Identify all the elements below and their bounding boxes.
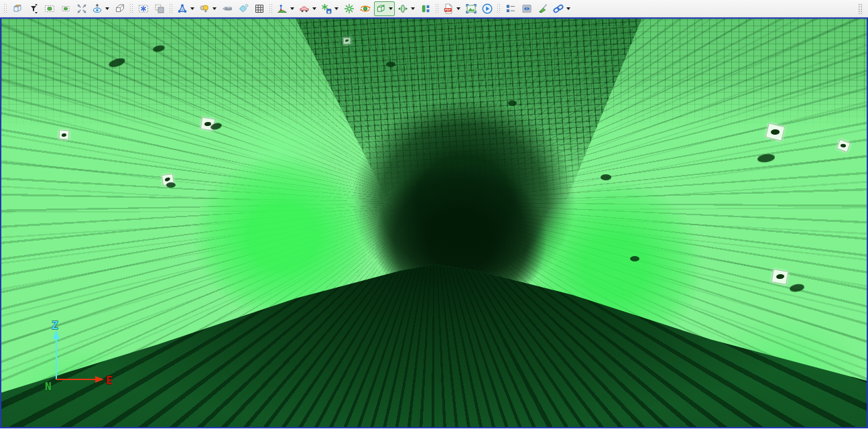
occlusion-spot xyxy=(166,182,176,188)
expand-view-arrows-icon xyxy=(76,3,88,15)
pane-columns-button[interactable] xyxy=(418,1,433,16)
axis-n-label: N xyxy=(45,380,52,393)
expand-view-arrows-button[interactable] xyxy=(74,1,89,16)
swap-panes-icon xyxy=(521,3,533,15)
legend-list-icon xyxy=(505,3,517,15)
scanline-fan-layer-2 xyxy=(1,19,867,427)
clip-plane-icon xyxy=(397,3,409,15)
axis-z-label: Z xyxy=(52,320,58,332)
zoom-selected-icon xyxy=(60,3,72,15)
toolbar-group-grip xyxy=(435,3,438,14)
zoom-selection-icon xyxy=(44,3,56,15)
swap-panes-button[interactable] xyxy=(519,1,534,16)
lighting-bulb-icon xyxy=(198,3,210,15)
save-view-icon xyxy=(320,3,332,15)
toolbar-group-grip xyxy=(3,3,7,14)
vehicle-view-button[interactable] xyxy=(298,1,318,16)
headlight-button[interactable] xyxy=(220,1,235,16)
crown-mesh-texture xyxy=(1,19,867,129)
zoom-data-extents-icon xyxy=(27,3,40,15)
clip-plane-button[interactable] xyxy=(396,1,417,16)
visibility-eye-button[interactable] xyxy=(90,1,111,16)
headlight-icon xyxy=(221,3,233,15)
copy-selection-button[interactable] xyxy=(152,1,167,16)
axis-e-label: E xyxy=(106,374,113,387)
free-rotate-cube-button[interactable] xyxy=(113,1,127,16)
walk-mode-icon xyxy=(276,3,288,15)
dropdown-caret-icon[interactable] xyxy=(389,7,393,10)
export-image-button[interactable] xyxy=(464,1,479,16)
zoom-selected-button[interactable] xyxy=(58,1,73,16)
orbit-mode-icon xyxy=(359,3,371,15)
occlusion-spot xyxy=(757,153,775,164)
legend-list-button[interactable] xyxy=(503,1,518,16)
target-burst-icon xyxy=(343,3,355,15)
bright-corner-right xyxy=(685,300,868,428)
link-views-icon xyxy=(552,3,564,15)
grid-display-button[interactable] xyxy=(252,1,267,16)
visibility-eye-icon xyxy=(91,3,103,15)
cad-network-button[interactable] xyxy=(176,1,196,16)
orbit-mode-button[interactable] xyxy=(358,1,373,16)
toolbar-group-grip xyxy=(497,3,500,14)
select-asterisk-button[interactable] xyxy=(136,1,151,16)
toolbar-group-grip xyxy=(269,3,272,14)
occlusion-spot xyxy=(789,283,805,293)
export-image-icon xyxy=(465,3,477,15)
shading-diamond-button[interactable] xyxy=(236,1,251,16)
free-rotate-cube-icon xyxy=(114,3,126,15)
center-mesh-texture xyxy=(252,19,685,206)
export-pdf-icon: PDF xyxy=(442,3,454,15)
dropdown-caret-icon[interactable] xyxy=(290,7,294,10)
toolbar-overflow-grip[interactable] xyxy=(858,3,863,14)
bright-rock-left xyxy=(162,126,404,347)
shading-diamond-icon xyxy=(237,3,249,15)
pane-columns-icon xyxy=(420,3,432,15)
dropdown-caret-icon[interactable] xyxy=(566,7,570,10)
cad-network-icon xyxy=(176,3,188,15)
dropdown-caret-icon[interactable] xyxy=(411,7,415,10)
survey-target xyxy=(836,139,851,153)
sweep-clean-button[interactable] xyxy=(536,1,550,16)
zoom-data-extents-button[interactable] xyxy=(26,1,41,16)
lighting-bulb-button[interactable] xyxy=(198,1,219,16)
dark-tunnel-core xyxy=(350,139,571,341)
save-view-button[interactable] xyxy=(320,1,340,16)
axis-triad: Z E N xyxy=(36,320,123,397)
toolbar-group-grip xyxy=(169,3,172,14)
display-mode-cube-icon xyxy=(375,3,387,15)
dropdown-caret-icon[interactable] xyxy=(190,7,194,10)
sweep-clean-icon xyxy=(537,3,549,15)
link-views-button[interactable] xyxy=(552,1,572,16)
zoom-selection-button[interactable] xyxy=(42,1,57,16)
dropdown-caret-icon[interactable] xyxy=(312,7,316,10)
dropdown-caret-icon[interactable] xyxy=(456,7,460,10)
play-animation-button[interactable] xyxy=(480,1,495,16)
play-animation-icon xyxy=(481,3,493,15)
view-cube-icon xyxy=(11,3,23,15)
export-pdf-button[interactable]: PDF xyxy=(442,1,462,16)
walk-mode-button[interactable] xyxy=(275,1,296,16)
occlusion-spot xyxy=(508,101,517,106)
display-mode-cube-button[interactable] xyxy=(374,1,395,16)
toolbar-group-grip xyxy=(129,3,133,14)
dropdown-caret-icon[interactable] xyxy=(105,7,109,10)
survey-target xyxy=(59,129,70,139)
occlusion-spot xyxy=(630,256,639,261)
bright-rock-right xyxy=(497,153,732,381)
view-cube-button[interactable] xyxy=(10,1,25,16)
target-burst-button[interactable] xyxy=(342,1,357,16)
occlusion-spot xyxy=(601,174,611,180)
dropdown-caret-icon[interactable] xyxy=(212,7,216,10)
copy-selection-icon xyxy=(153,3,166,15)
application-window: PDF xyxy=(0,0,868,429)
bright-rock-upper xyxy=(202,96,357,203)
main-toolbar: PDF xyxy=(0,0,868,17)
svg-text:PDF: PDF xyxy=(445,8,451,11)
3d-viewport[interactable]: Z E N xyxy=(0,17,868,428)
bright-corner-left xyxy=(0,334,189,428)
muck-pile-floor xyxy=(1,255,867,427)
occlusion-spot xyxy=(108,56,126,68)
dropdown-caret-icon[interactable] xyxy=(334,7,338,10)
vehicle-view-icon xyxy=(298,3,310,15)
